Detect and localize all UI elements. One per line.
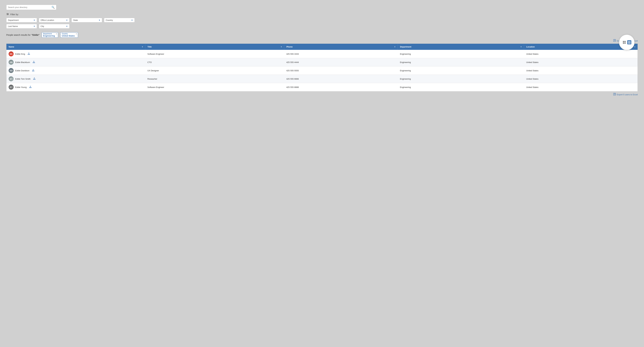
avatar: EY [8, 85, 14, 90]
cell-location-0: United States [524, 50, 638, 58]
col-department[interactable]: Department ∨ [398, 44, 524, 50]
filter-department[interactable]: Department ▼ [6, 18, 37, 23]
svg-rect-46 [31, 88, 32, 88]
cell-name-3: ET Eddie Tom Smith [6, 75, 145, 83]
chevron-down-icon: ▼ [131, 19, 133, 21]
cell-name-1: EB Eddie Blackburn [6, 58, 145, 67]
list-view-button[interactable] [627, 40, 631, 44]
svg-point-1 [7, 13, 8, 14]
table-row: EB Eddie Blackburn [6, 58, 638, 67]
cell-title-3: Reseacher [145, 75, 284, 83]
cell-department-1: Engineering [398, 58, 524, 67]
org-chart-icon[interactable] [32, 69, 34, 72]
filter-icon [6, 13, 9, 16]
export-label-bottom: Export 5 users to Excel [617, 93, 638, 96]
chevron-down-icon: ▼ [66, 25, 68, 28]
remove-department-filter[interactable]: ✕ [56, 33, 57, 35]
cell-title-4: Software Engineer [145, 83, 284, 91]
cell-location-2: United States [524, 67, 638, 75]
cell-title-0: Software Engineer [145, 50, 284, 58]
filter-row-1: Department ▼ Office Location ▼ State ▼ C… [6, 18, 638, 23]
table-row: ED Eddie Davidson [6, 67, 638, 75]
user-name[interactable]: Eddie King [15, 53, 25, 55]
avatar: ET [8, 76, 14, 81]
svg-rect-27 [33, 71, 34, 71]
org-chart-icon[interactable] [32, 61, 35, 64]
table-row: EK Eddie King [6, 50, 638, 58]
col-title[interactable]: Title ∨ [145, 44, 284, 50]
org-chart-icon[interactable] [33, 77, 36, 80]
table-row: ET Eddie Tom Smith [6, 75, 638, 83]
view-toggle [619, 35, 634, 50]
svg-rect-25 [33, 69, 34, 70]
search-input[interactable] [8, 6, 52, 9]
svg-rect-45 [30, 88, 31, 88]
svg-rect-9 [28, 54, 29, 55]
col-phone[interactable]: Phone ∨ [284, 44, 398, 50]
svg-rect-10 [29, 54, 30, 55]
search-button[interactable]: 🔍 [52, 6, 55, 9]
avatar: EB [8, 60, 14, 65]
results-title: People search results for "Eddie" Depart… [6, 32, 78, 38]
remove-country-filter[interactable]: ✕ [76, 33, 77, 35]
sort-name-icon: ∨ [142, 46, 143, 48]
export-bottom: Export 5 users to Excel [6, 91, 638, 96]
search-bar: 🔍 [6, 5, 638, 10]
filter-label: Filter by: [10, 13, 19, 16]
org-chart-icon[interactable] [29, 86, 32, 89]
user-name[interactable]: Eddie Young [15, 86, 26, 88]
avatar: ED [8, 68, 14, 73]
user-name[interactable]: Eddie Tom Smith [15, 78, 30, 80]
cell-name-4: EY Eddie Young [6, 83, 145, 91]
svg-rect-28 [34, 71, 34, 71]
svg-rect-35 [33, 79, 34, 80]
chevron-down-icon: ▼ [98, 19, 100, 21]
cell-name-2: ED Eddie Davidson [6, 67, 145, 75]
cell-department-3: Engineering [398, 75, 524, 83]
cell-phone-0: 425 555 3333 [284, 50, 398, 58]
svg-rect-43 [30, 86, 31, 86]
avatar: EK [8, 51, 14, 57]
cell-title-1: CTO [145, 58, 284, 67]
filter-last-name[interactable]: Last Name ▼ [6, 24, 37, 29]
user-name[interactable]: Eddie Blackburn [15, 61, 30, 64]
filter-country[interactable]: Country ▼ [104, 18, 135, 23]
export-icon-top [613, 39, 616, 42]
grid-icon [623, 41, 626, 44]
user-name[interactable]: Eddie Davidson [15, 70, 30, 72]
results-prefix: People search results for [6, 34, 30, 36]
cell-location-4: United States [524, 83, 638, 91]
results-section: People search results for "Eddie" Depart… [6, 32, 638, 96]
svg-rect-18 [34, 63, 34, 63]
sort-location-icon: ∨ [634, 46, 636, 48]
svg-rect-17 [33, 63, 33, 63]
sort-title-icon: ∨ [281, 46, 282, 48]
cell-title-2: UX Designer [145, 67, 284, 75]
filter-tag-country: Country United States ✕ [60, 32, 78, 38]
svg-rect-16 [34, 61, 34, 62]
chevron-down-icon: ▼ [33, 19, 35, 21]
svg-rect-8 [28, 54, 28, 55]
svg-rect-19 [34, 63, 35, 63]
col-name[interactable]: Name ∨ [6, 44, 145, 50]
cell-department-0: Engineering [398, 50, 524, 58]
chevron-down-icon: ▼ [66, 19, 68, 21]
list-icon [628, 41, 631, 44]
filter-section: Filter by: Department ▼ Office Location … [6, 13, 638, 29]
filter-office-location[interactable]: Office Location ▼ [39, 18, 70, 23]
sort-department-icon: ∨ [520, 46, 522, 48]
org-chart-icon[interactable] [28, 53, 30, 56]
cell-phone-3: 425 555 6666 [284, 75, 398, 83]
svg-rect-26 [32, 71, 33, 71]
svg-rect-34 [34, 78, 34, 78]
filter-row-2: Last Name ▼ City ▼ [6, 24, 638, 29]
results-table: Name ∨ Title ∨ Phone ∨ [6, 44, 638, 91]
cell-phone-4: 425 555 8888 [284, 83, 398, 91]
cell-phone-2: 425 555 5555 [284, 67, 398, 75]
export-users-link-bottom[interactable]: Export 5 users to Excel [613, 93, 638, 96]
grid-view-button[interactable] [622, 40, 626, 44]
export-icon-bottom [613, 93, 616, 96]
export-top: Export 5 users to Excel [6, 39, 638, 44]
filter-state[interactable]: State ▼ [72, 18, 102, 23]
filter-city[interactable]: City ▼ [39, 24, 70, 29]
